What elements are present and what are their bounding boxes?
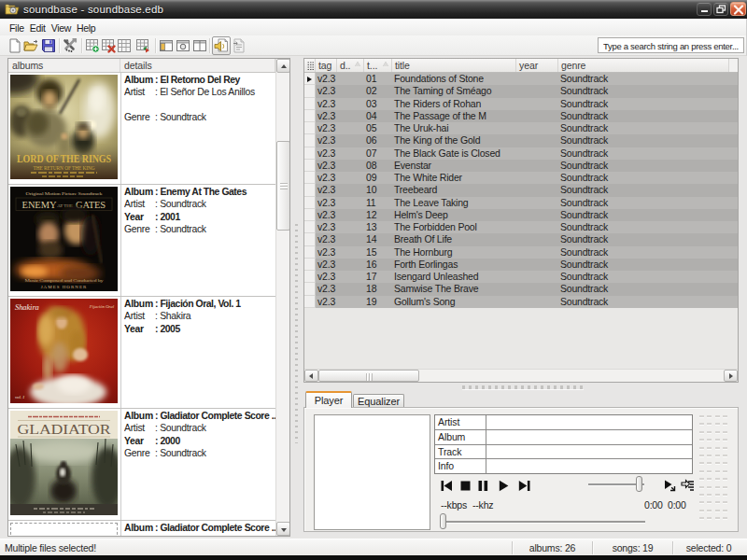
song-row[interactable]: v2.3 19 Gollum's Song Soundtrack xyxy=(304,296,738,308)
column-header-marker[interactable] xyxy=(304,59,316,72)
panel-splitter[interactable] xyxy=(295,224,298,443)
show-player-button[interactable] xyxy=(212,36,231,55)
song-track: 17 xyxy=(364,271,392,283)
follow-playlist-icon[interactable] xyxy=(681,479,695,492)
song-title: The Passage of the M xyxy=(392,110,516,122)
album-row-fijacion-oral[interactable]: Shakira Fijación Oral vol. 1 AlbumFijaci… xyxy=(8,297,275,409)
column-header-albums[interactable]: albums xyxy=(8,59,120,72)
song-row[interactable]: v2.3 18 Samwise The Brave Soundtrack xyxy=(304,283,738,295)
album-details: AlbumGladiator Complete Score ... Artist… xyxy=(120,409,275,520)
delete-record-button[interactable] xyxy=(101,38,116,53)
column-header-tag[interactable]: tag xyxy=(316,59,337,72)
song-row[interactable]: v2.3 15 The Hornburg Soundtrack xyxy=(304,246,738,259)
song-row[interactable]: v2.3 17 Isengard Unleashed Soundtrack xyxy=(304,271,738,283)
seek-slider-thumb[interactable] xyxy=(440,513,446,529)
thumb-grip-icon xyxy=(366,373,373,381)
grid-options-button[interactable] xyxy=(728,59,738,72)
song-row[interactable]: v2.3 08 Evenstar Soundtrack xyxy=(304,160,738,172)
column-header-details[interactable]: details xyxy=(120,59,275,72)
song-row[interactable]: v2.3 13 The Forbidden Pool Soundtrack xyxy=(304,221,738,233)
scroll-left-button[interactable] xyxy=(304,370,318,382)
minimize-button[interactable] xyxy=(697,2,712,16)
column-header-year[interactable]: year xyxy=(516,59,558,72)
next-button[interactable] xyxy=(518,480,530,492)
song-row[interactable]: v2.3 05 The Uruk-hai Soundtrack xyxy=(304,122,738,134)
open-file-button[interactable] xyxy=(23,38,38,53)
play-button[interactable] xyxy=(499,480,509,492)
refresh-grid-button[interactable] xyxy=(135,38,150,53)
column-header-d[interactable]: d.. xyxy=(337,59,364,72)
menu-item[interactable]: View xyxy=(49,19,74,34)
layout-columns-button[interactable] xyxy=(192,38,207,53)
song-row[interactable]: v2.3 10 Treebeard Soundtrack xyxy=(304,184,738,196)
song-row[interactable]: v2.3 02 The Taming of Sméago Soundtrack xyxy=(304,85,738,97)
add-record-button[interactable] xyxy=(85,38,100,53)
song-row[interactable]: v2.3 09 The White Rider Soundtrack xyxy=(304,172,738,184)
song-row[interactable]: v2.3 04 The Passage of the M Soundtrack xyxy=(304,110,738,122)
song-d xyxy=(337,122,364,134)
song-row[interactable]: v2.3 16 Forth Eorlingas Soundtrack xyxy=(304,259,738,271)
scroll-down-button[interactable] xyxy=(276,522,290,536)
song-row[interactable]: v2.3 12 Helm's Deep Soundtrack xyxy=(304,209,738,221)
player-field-value[interactable] xyxy=(486,459,692,474)
stop-button[interactable] xyxy=(460,480,471,492)
pause-button[interactable] xyxy=(478,480,488,492)
previous-button[interactable] xyxy=(441,480,453,492)
search-input[interactable] xyxy=(598,37,744,53)
play-file-icon[interactable] xyxy=(663,479,676,492)
restore-button[interactable] xyxy=(713,2,728,16)
column-header-genre[interactable]: genre xyxy=(558,59,738,72)
tab-player[interactable]: Player xyxy=(305,391,352,408)
album-row-gladiator-2[interactable]: AlbumGladiator Complete Score ... xyxy=(8,521,275,537)
hscrollbar-thumb[interactable] xyxy=(318,370,419,382)
row-marker-cell xyxy=(304,134,316,147)
song-tag: v2.3 xyxy=(316,283,337,295)
tab-equalizer[interactable]: Equalizer xyxy=(353,394,404,408)
menu-item[interactable]: Help xyxy=(74,19,98,34)
tools-button[interactable] xyxy=(63,38,78,53)
year-label: Year xyxy=(124,211,155,223)
year-value: 2000 xyxy=(155,435,180,447)
album-row-enemy-at-the-gates[interactable]: Original Motion Picture Soundtrack ENEMY… xyxy=(8,185,275,297)
song-row[interactable]: v2.3 01 Foundations of Stone Soundtrack xyxy=(304,73,738,85)
albums-panel-header: albums details xyxy=(8,59,289,73)
seek-slider-track[interactable] xyxy=(442,521,645,523)
song-row[interactable]: v2.3 06 The King of the Gold Soundtrack xyxy=(304,134,738,147)
grid-button[interactable] xyxy=(117,38,132,53)
albums-scrollbar-thumb[interactable] xyxy=(276,141,290,231)
menu-item[interactable]: Edit xyxy=(27,19,49,34)
song-d xyxy=(337,197,364,209)
album-cover-gladiator: GLADIATOR xyxy=(10,411,118,515)
layout-preview-button[interactable] xyxy=(176,38,190,53)
export-file-button[interactable] xyxy=(232,38,247,53)
scroll-right-button[interactable] xyxy=(724,370,738,382)
column-header-t[interactable]: t... xyxy=(364,59,392,72)
album-row-el-retorno-del-rey[interactable]: LORD OF THE RINGS THE RETURN OF THE KING… xyxy=(8,73,275,185)
column-header-title[interactable]: title xyxy=(392,59,516,72)
scroll-up-button[interactable] xyxy=(276,59,290,73)
app-icon xyxy=(5,2,20,17)
song-year xyxy=(516,221,558,233)
player-field-value[interactable] xyxy=(486,430,692,444)
song-row[interactable]: v2.3 11 The Leave Taking Soundtrack xyxy=(304,197,738,209)
player-splitter-grip[interactable] xyxy=(462,385,584,389)
player-field-value[interactable] xyxy=(486,445,692,459)
menu-item[interactable]: File xyxy=(7,19,27,34)
song-d xyxy=(337,271,364,283)
song-d xyxy=(337,160,364,172)
samplerate-label: --khz xyxy=(472,499,493,511)
volume-slider-thumb[interactable] xyxy=(636,476,642,492)
layout-sidebar-button[interactable] xyxy=(159,38,174,53)
song-row[interactable]: v2.3 14 Breath Of Life Soundtrack xyxy=(304,233,738,245)
new-file-button[interactable] xyxy=(7,38,22,53)
song-row[interactable]: v2.3 03 The Riders of Rohan Soundtrack xyxy=(304,98,738,110)
close-button[interactable] xyxy=(730,2,746,16)
save-button[interactable] xyxy=(41,38,56,53)
song-tag: v2.3 xyxy=(316,147,337,160)
song-track: 09 xyxy=(364,172,392,184)
song-row[interactable]: v2.3 07 The Black Gate is Closed Soundtr… xyxy=(304,147,738,160)
song-genre: Soundtrack xyxy=(558,259,738,271)
album-label: Album xyxy=(124,74,155,86)
album-row-gladiator[interactable]: GLADIATOR Album xyxy=(8,409,275,521)
player-field-value[interactable] xyxy=(486,415,692,429)
